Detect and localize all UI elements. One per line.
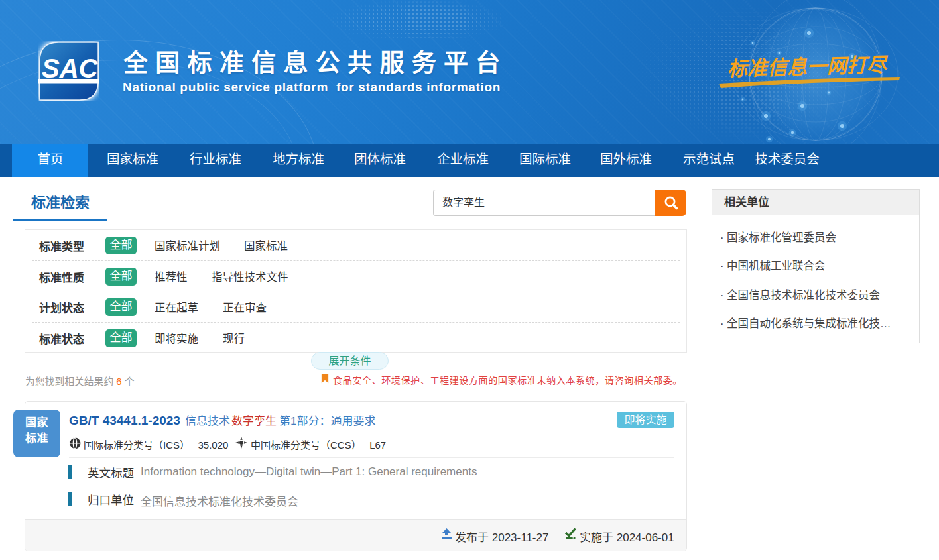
svg-text:SAC: SAC — [42, 54, 99, 83]
